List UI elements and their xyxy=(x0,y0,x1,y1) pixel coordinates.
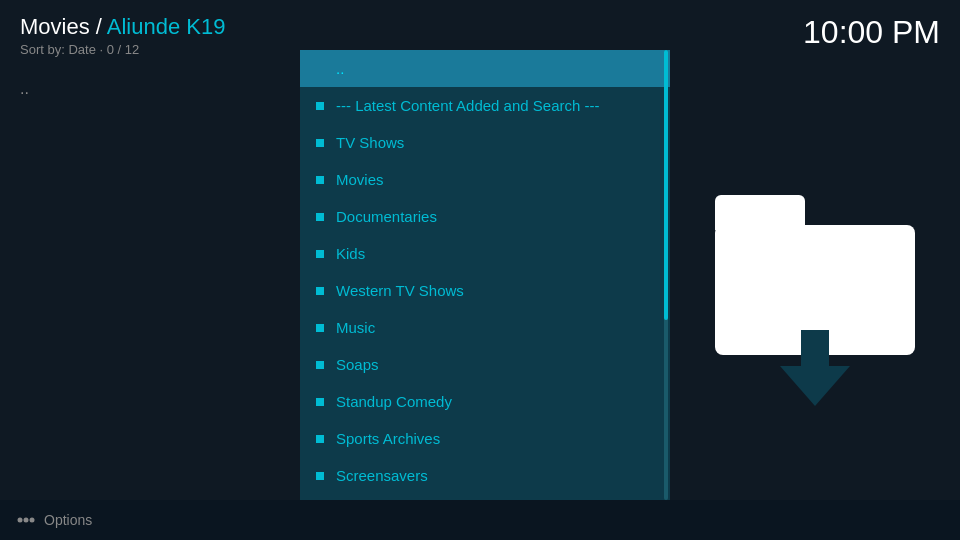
footer: Options xyxy=(0,500,960,540)
clock: 10:00 PM xyxy=(803,14,940,51)
list-item-label: TV Shows xyxy=(336,134,404,151)
list-item-label: Kids xyxy=(336,245,365,262)
list-container: ..--- Latest Content Added and Search --… xyxy=(300,50,670,494)
list-item-label: Sports Archives xyxy=(336,430,440,447)
list-item-bullet xyxy=(316,213,324,221)
list-item-screensavers[interactable]: Screensavers xyxy=(300,457,670,494)
options-icon xyxy=(16,510,36,530)
list-item-label: --- Latest Content Added and Search --- xyxy=(336,97,599,114)
arrow-head xyxy=(780,366,850,406)
sort-count: 0 / 12 xyxy=(107,42,140,57)
scrollbar-thumb xyxy=(664,50,668,320)
options-button[interactable]: Options xyxy=(16,510,92,530)
left-back-item[interactable]: .. xyxy=(20,80,280,98)
content-list: ..--- Latest Content Added and Search --… xyxy=(300,50,670,500)
list-item-bullet xyxy=(316,102,324,110)
list-item-back[interactable]: .. xyxy=(300,50,670,87)
list-item-western-tv-shows[interactable]: Western TV Shows xyxy=(300,272,670,309)
list-item-bullet xyxy=(316,176,324,184)
list-item-label: Soaps xyxy=(336,356,379,373)
breadcrumb-current: Aliunde K19 xyxy=(107,14,226,39)
list-item-label: Screensavers xyxy=(336,467,428,484)
list-item-standup-comedy[interactable]: Standup Comedy xyxy=(300,383,670,420)
list-item-label: Movies xyxy=(336,171,384,188)
list-item-bullet xyxy=(316,398,324,406)
list-item-movies[interactable]: Movies xyxy=(300,161,670,198)
list-item-tv-shows[interactable]: TV Shows xyxy=(300,124,670,161)
scrollbar[interactable] xyxy=(664,50,668,500)
svg-point-1 xyxy=(24,518,29,523)
list-item-bullet xyxy=(316,472,324,480)
list-item-label: .. xyxy=(336,60,344,77)
list-item-bullet xyxy=(316,435,324,443)
list-item-label: Western TV Shows xyxy=(336,282,464,299)
breadcrumb-separator: / xyxy=(90,14,107,39)
page-title: Movies / Aliunde K19 xyxy=(20,14,225,40)
folder-icon xyxy=(715,195,915,355)
list-item-bullet xyxy=(316,361,324,369)
list-item-bullet xyxy=(316,139,324,147)
list-item-latest[interactable]: --- Latest Content Added and Search --- xyxy=(300,87,670,124)
list-item-music[interactable]: Music xyxy=(300,309,670,346)
sort-info: Sort by: Date · 0 / 12 xyxy=(20,42,225,57)
right-panel xyxy=(670,50,960,500)
sort-separator: · xyxy=(96,42,107,57)
left-panel: .. xyxy=(0,70,300,108)
breadcrumb-base: Movies xyxy=(20,14,90,39)
list-item-soaps[interactable]: Soaps xyxy=(300,346,670,383)
list-item-label: Documentaries xyxy=(336,208,437,225)
options-label: Options xyxy=(44,512,92,528)
list-item-kids[interactable]: Kids xyxy=(300,235,670,272)
list-item-bullet xyxy=(316,287,324,295)
breadcrumb-area: Movies / Aliunde K19 Sort by: Date · 0 /… xyxy=(20,14,225,57)
list-item-label: Music xyxy=(336,319,375,336)
sort-label: Sort by: Date xyxy=(20,42,96,57)
svg-point-0 xyxy=(18,518,23,523)
list-item-documentaries[interactable]: Documentaries xyxy=(300,198,670,235)
folder-body xyxy=(715,225,915,355)
list-item-bullet xyxy=(316,250,324,258)
svg-point-2 xyxy=(30,518,35,523)
list-item-sports-archives[interactable]: Sports Archives xyxy=(300,420,670,457)
list-item-label: Standup Comedy xyxy=(336,393,452,410)
arrow-stem xyxy=(801,330,829,366)
list-item-bullet xyxy=(316,324,324,332)
